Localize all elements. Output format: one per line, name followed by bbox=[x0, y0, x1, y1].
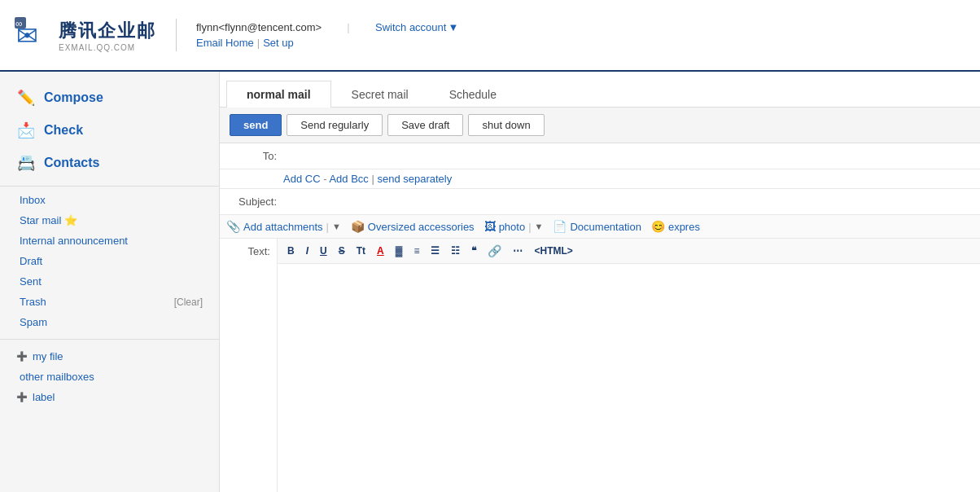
sidebar-item-compose[interactable]: ✏️ Compose bbox=[0, 81, 219, 114]
toolbar: send Send regularly Save draft shut down bbox=[220, 108, 980, 143]
strikethrough-button[interactable]: S bbox=[334, 243, 350, 259]
emoji-icon: 😊 bbox=[651, 220, 665, 233]
add-attachments-button[interactable]: 📎 Add attachments | ▼ bbox=[226, 220, 341, 233]
sent-label: Sent bbox=[20, 275, 42, 288]
email-home-link[interactable]: Email Home bbox=[196, 37, 254, 49]
subject-label: Subject: bbox=[226, 195, 283, 208]
html-button[interactable]: <HTML> bbox=[529, 243, 577, 259]
starmail-label: Star mail ⭐ bbox=[20, 214, 77, 226]
trash-clear-action[interactable]: [Clear] bbox=[174, 297, 203, 308]
tabs: normal mail Secret mail Schedule bbox=[220, 72, 980, 108]
sidebar-check-label: Check bbox=[44, 123, 83, 138]
list-ul-button[interactable]: ☰ bbox=[426, 243, 444, 259]
bold-button[interactable]: B bbox=[282, 243, 300, 259]
add-bcc-link[interactable]: Add Bcc bbox=[329, 173, 368, 185]
package-icon: 📦 bbox=[351, 220, 365, 233]
set-up-link[interactable]: Set up bbox=[263, 37, 294, 49]
photo-icon: 🖼 bbox=[484, 220, 496, 233]
shut-down-button[interactable]: shut down bbox=[468, 114, 544, 136]
user-email: flynn<flynn@tencent.com> bbox=[196, 21, 322, 33]
to-label: To: bbox=[226, 150, 283, 162]
nav-links: Email Home | Set up bbox=[196, 37, 458, 49]
to-row: To: bbox=[220, 143, 980, 169]
blockquote-button[interactable]: ❝ bbox=[466, 243, 481, 259]
svg-text:∞: ∞ bbox=[15, 18, 23, 29]
sidebar-item-contacts[interactable]: 📇 Contacts bbox=[0, 147, 219, 179]
pipe-sep: | bbox=[347, 21, 349, 33]
label-label: label bbox=[33, 391, 55, 403]
sidebar-item-myfile[interactable]: ➕ my file bbox=[0, 346, 219, 367]
label-plus-icon: ➕ bbox=[16, 392, 28, 402]
attachments-bar: 📎 Add attachments | ▼ 📦 Oversized access… bbox=[220, 215, 980, 239]
editor-area: B I U S Tt A ▓ ≡ ☰ ☷ ❝ 🔗 ⋯ <HTML> bbox=[277, 239, 980, 492]
plus-icon: ➕ bbox=[16, 351, 28, 362]
logo-sub: EXMAIL.QQ.COM bbox=[59, 43, 156, 52]
sidebar-item-inbox[interactable]: Inbox bbox=[0, 190, 219, 210]
logo-icon: ✉ ∞ bbox=[13, 15, 52, 55]
tt-button[interactable]: Tt bbox=[352, 243, 370, 259]
list-ol-button[interactable]: ☷ bbox=[446, 243, 465, 259]
internal-announcement-label: Internal announcement bbox=[20, 235, 128, 247]
send-separately-link[interactable]: send separately bbox=[377, 173, 452, 185]
underline-button[interactable]: U bbox=[315, 243, 332, 259]
more-button[interactable]: ⋯ bbox=[508, 243, 527, 259]
sidebar-contacts-label: Contacts bbox=[44, 156, 99, 170]
trash-label: Trash bbox=[20, 296, 46, 308]
draft-label: Draft bbox=[20, 255, 42, 267]
inbox-label: Inbox bbox=[20, 194, 46, 206]
send-regularly-button[interactable]: Send regularly bbox=[287, 114, 383, 136]
subject-input[interactable] bbox=[283, 194, 973, 209]
sidebar-item-label[interactable]: ➕ label bbox=[0, 387, 219, 407]
sidebar-item-internal-announcement[interactable]: Internal announcement bbox=[0, 231, 219, 251]
express-button[interactable]: 😊 expres bbox=[651, 220, 700, 233]
subject-row: Subject: bbox=[220, 189, 980, 215]
sidebar-divider bbox=[0, 186, 219, 187]
logo-area: ✉ ∞ 腾讯企业邮 EXMAIL.QQ.COM bbox=[13, 15, 156, 55]
sidebar-item-spam[interactable]: Spam bbox=[0, 312, 219, 332]
contacts-icon: 📇 bbox=[16, 153, 36, 173]
font-color-button[interactable]: A bbox=[372, 243, 389, 259]
documentation-button[interactable]: 📄 Documentation bbox=[553, 220, 641, 233]
photo-dropdown-icon[interactable]: ▼ bbox=[535, 222, 544, 231]
sidebar-item-sent[interactable]: Sent bbox=[0, 271, 219, 292]
doc-icon: 📄 bbox=[553, 220, 567, 233]
editor-toolbar: B I U S Tt A ▓ ≡ ☰ ☷ ❝ 🔗 ⋯ <HTML> bbox=[278, 239, 980, 264]
attachments-dropdown-icon[interactable]: ▼ bbox=[332, 222, 341, 231]
align-left-button[interactable]: ≡ bbox=[409, 243, 424, 259]
sidebar-item-trash[interactable]: Trash [Clear] bbox=[0, 292, 219, 312]
header: ✉ ∞ 腾讯企业邮 EXMAIL.QQ.COM flynn<flynn@tenc… bbox=[0, 0, 980, 72]
logo-text-area: 腾讯企业邮 EXMAIL.QQ.COM bbox=[59, 19, 156, 52]
sidebar-item-check[interactable]: 📩 Check bbox=[0, 114, 219, 147]
sidebar-item-other-mailboxes[interactable]: other mailboxes bbox=[0, 367, 219, 387]
tab-schedule[interactable]: Schedule bbox=[429, 81, 517, 108]
oversized-accessories-button[interactable]: 📦 Oversized accessories bbox=[351, 220, 475, 233]
spam-label: Spam bbox=[20, 316, 47, 328]
main-layout: ✏️ Compose 📩 Check 📇 Contacts Inbox Star… bbox=[0, 72, 980, 492]
editor-body[interactable] bbox=[278, 264, 980, 492]
dash-sep: - bbox=[323, 173, 326, 185]
logo-brand: 腾讯企业邮 bbox=[59, 19, 156, 43]
compose-icon: ✏️ bbox=[16, 88, 36, 108]
send-button[interactable]: send bbox=[230, 114, 282, 136]
header-divider bbox=[176, 19, 177, 51]
highlight-button[interactable]: ▓ bbox=[391, 243, 408, 259]
sidebar-item-starmail[interactable]: Star mail ⭐ bbox=[0, 210, 219, 231]
sidebar-item-draft[interactable]: Draft bbox=[0, 251, 219, 271]
sidebar-section-divider bbox=[0, 339, 219, 340]
user-info: flynn<flynn@tencent.com> | Switch accoun… bbox=[196, 21, 458, 49]
user-email-row: flynn<flynn@tencent.com> | Switch accoun… bbox=[196, 21, 458, 33]
to-input[interactable] bbox=[283, 148, 973, 164]
tab-secret-mail[interactable]: Secret mail bbox=[331, 81, 429, 108]
photo-button[interactable]: 🖼 photo | ▼ bbox=[484, 220, 544, 233]
other-mailboxes-label: other mailboxes bbox=[20, 371, 94, 383]
switch-account-button[interactable]: Switch account ▼ bbox=[375, 21, 458, 33]
content: normal mail Secret mail Schedule send Se… bbox=[220, 72, 980, 492]
nav-separator: | bbox=[257, 37, 260, 49]
italic-button[interactable]: I bbox=[301, 243, 313, 259]
save-draft-button[interactable]: Save draft bbox=[387, 114, 463, 136]
add-cc-link[interactable]: Add CC bbox=[283, 173, 321, 185]
tab-normal-mail[interactable]: normal mail bbox=[226, 81, 331, 108]
link-button[interactable]: 🔗 bbox=[483, 242, 506, 260]
chevron-down-icon: ▼ bbox=[448, 21, 458, 33]
myfile-label: my file bbox=[33, 350, 63, 362]
